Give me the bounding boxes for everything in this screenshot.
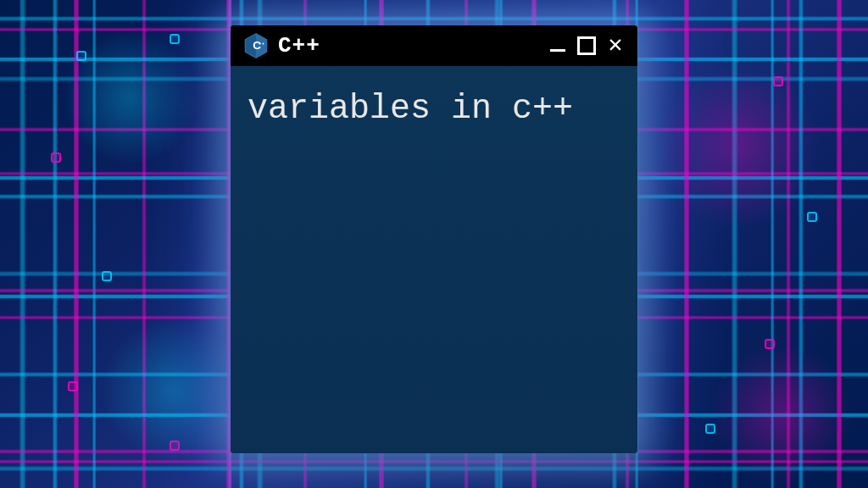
close-button[interactable]: ✕ xyxy=(605,36,626,56)
circuit-node xyxy=(170,441,180,451)
titlebar[interactable]: C + + C++ ✕ xyxy=(231,25,637,66)
circuit-node xyxy=(68,381,78,391)
circuit-node xyxy=(170,34,180,44)
minimize-button[interactable] xyxy=(548,36,568,56)
circuit-node xyxy=(102,271,112,281)
terminal-content: variables in c++ xyxy=(231,66,637,453)
terminal-window: C + + C++ ✕ variables in c++ xyxy=(231,25,637,453)
window-title: C++ xyxy=(278,33,539,58)
cpp-logo-icon: C + + xyxy=(242,32,270,59)
content-text: variables in c++ xyxy=(248,86,620,132)
maximize-button[interactable] xyxy=(576,36,597,56)
svg-text:+: + xyxy=(262,41,264,46)
circuit-node xyxy=(807,212,817,222)
svg-text:+: + xyxy=(259,41,261,46)
circuit-node xyxy=(705,424,715,434)
window-controls: ✕ xyxy=(548,36,626,56)
circuit-node xyxy=(76,51,86,61)
circuit-node xyxy=(773,76,783,86)
circuit-node xyxy=(51,152,61,163)
circuit-node xyxy=(765,339,775,349)
